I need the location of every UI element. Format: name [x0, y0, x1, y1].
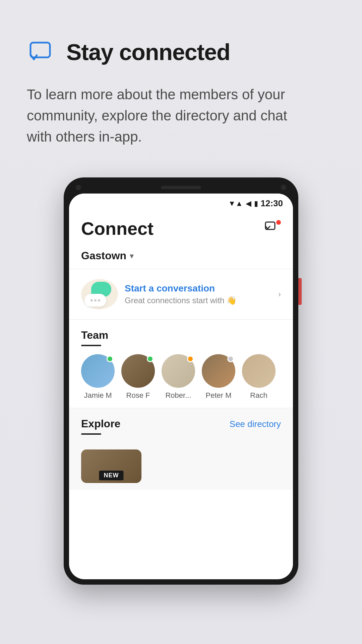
- team-members-list: Jamie M Rose F: [81, 354, 281, 400]
- title-row: Stay connected: [27, 37, 335, 67]
- svg-rect-0: [31, 43, 50, 57]
- avatar: [81, 354, 115, 388]
- phone-outer: ▼▲ ◀ ▮ 12:30 Connect: [64, 177, 298, 585]
- member-item[interactable]: Rach: [242, 354, 276, 400]
- start-conversation-label: Start a conversation: [125, 283, 272, 294]
- phone-notch: [69, 183, 293, 194]
- status-away-indicator: [187, 356, 194, 362]
- notifications-button[interactable]: [264, 220, 281, 237]
- new-badge: NEW: [99, 471, 124, 480]
- start-conversation-card[interactable]: Start a conversation Great connections s…: [69, 269, 293, 320]
- chat-icon: [27, 37, 57, 67]
- status-offline-indicator: [227, 356, 234, 362]
- see-directory-button[interactable]: See directory: [230, 418, 281, 429]
- explore-section: Explore See directory NEW: [69, 408, 293, 490]
- phone-camera: [76, 185, 81, 190]
- member-item[interactable]: Rober...: [162, 354, 195, 400]
- status-time: 12:30: [261, 198, 283, 209]
- status-bar: ▼▲ ◀ ▮ 12:30: [69, 194, 293, 211]
- member-item[interactable]: Rose F: [121, 354, 155, 400]
- conversation-text: Start a conversation Great connections s…: [125, 283, 272, 305]
- member-name: Rose F: [126, 391, 150, 400]
- team-title: Team: [81, 329, 281, 341]
- member-name: Jamie M: [84, 391, 112, 400]
- conversation-subtitle: Great connections start with 👋: [125, 296, 272, 305]
- explore-card[interactable]: NEW: [81, 449, 141, 483]
- team-section: Team Jamie M: [69, 320, 293, 408]
- phone-screen: ▼▲ ◀ ▮ 12:30 Connect: [69, 194, 293, 579]
- phone-speaker: [161, 186, 201, 189]
- status-online-indicator: [107, 356, 113, 362]
- phone-mockup: ▼▲ ◀ ▮ 12:30 Connect: [0, 167, 362, 585]
- community-selector[interactable]: Gastown ▾: [69, 244, 293, 269]
- status-icons: ▼▲ ◀ ▮ 12:30: [228, 198, 283, 209]
- explore-underline: [81, 433, 101, 435]
- member-item[interactable]: Peter M: [202, 354, 235, 400]
- phone-sensor: [281, 185, 286, 190]
- member-name: Rober...: [165, 391, 191, 400]
- arrow-icon: ›: [278, 289, 281, 299]
- page-title: Stay connected: [66, 39, 230, 65]
- chevron-down-icon: ▾: [130, 251, 134, 261]
- app-header: Connect: [69, 211, 293, 244]
- community-name: Gastown: [81, 250, 126, 262]
- avatar: [162, 354, 195, 388]
- wifi-icon: ▼▲: [228, 199, 243, 208]
- signal-icon: ◀: [246, 199, 251, 208]
- conversation-illustration: [81, 279, 118, 309]
- explore-preview: NEW: [81, 449, 281, 483]
- app-title: Connect: [81, 218, 154, 239]
- page-description: To learn more about the members of your …: [27, 84, 312, 147]
- member-name: Rach: [250, 391, 267, 400]
- bubble-white: [84, 294, 106, 307]
- page: Stay connected To learn more about the m…: [0, 0, 362, 644]
- explore-header: Explore See directory: [81, 418, 281, 443]
- avatar-image: [242, 354, 276, 388]
- member-item[interactable]: Jamie M: [81, 354, 115, 400]
- battery-icon: ▮: [254, 199, 258, 208]
- avatar: [121, 354, 155, 388]
- notification-dot: [276, 220, 281, 225]
- member-name: Peter M: [205, 391, 231, 400]
- avatar: [242, 354, 276, 388]
- explore-title: Explore: [81, 418, 120, 430]
- team-section-header: Team: [81, 329, 281, 346]
- status-online-indicator: [147, 356, 154, 362]
- team-underline: [81, 345, 101, 346]
- avatar: [202, 354, 235, 388]
- hero-section: Stay connected To learn more about the m…: [0, 0, 362, 167]
